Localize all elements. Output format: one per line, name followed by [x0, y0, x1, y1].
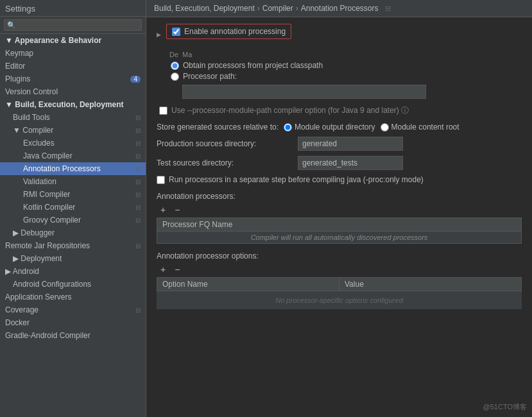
module-output-radio-item: Module output directory	[284, 123, 375, 132]
run-processors-label: Run processors in a separate step before…	[169, 175, 424, 184]
run-processors-checkbox[interactable]	[157, 176, 165, 184]
sidebar-item-label-docker: Docker	[5, 318, 30, 327]
sidebar-item-build-execution-deployment[interactable]: ▼ Build, Execution, Deployment	[0, 98, 146, 111]
sidebar-item-label-rmi-compiler: RMI Compiler	[23, 190, 70, 199]
remove-option-button[interactable]: −	[171, 263, 184, 276]
options-empty-message: No processor-specific options configured	[157, 291, 522, 310]
module-path-checkbox[interactable]	[159, 106, 167, 115]
grid-icon-remote-jar-repositories: ⊟	[135, 243, 141, 250]
sidebar-item-application-servers[interactable]: Application Servers	[0, 291, 146, 303]
sidebar-item-label-remote-jar-repositories: Remote Jar Repositories	[5, 241, 90, 250]
sidebar-item-deployment[interactable]: ▶ Deployment	[0, 252, 146, 265]
sidebar-item-validation[interactable]: Validation⊟	[0, 175, 146, 188]
sidebar-item-android-configurations[interactable]: Android Configurations	[0, 278, 146, 291]
production-sources-row: Production sources directory:	[157, 137, 522, 151]
sidebar-item-plugins[interactable]: Plugins4	[0, 72, 146, 85]
module-output-label: Module output directory	[295, 123, 375, 132]
grid-icon-coverage: ⊟	[135, 307, 141, 314]
grid-icon-validation: ⊟	[135, 178, 141, 185]
sidebar-item-excludes[interactable]: Excludes⊟	[0, 137, 146, 149]
sidebar-item-label-annotation-processors: Annotation Processors	[23, 164, 101, 173]
breadcrumb-part-3: Annotation Processors	[301, 4, 379, 13]
grid-icon-excludes: ⊟	[135, 140, 141, 147]
breadcrumb-sep-1: ›	[257, 4, 260, 13]
processors-empty-message: Compiler will run all automatically disc…	[157, 232, 522, 244]
sidebar-item-version-control[interactable]: Version Control	[0, 85, 146, 98]
test-sources-input[interactable]	[298, 156, 403, 170]
breadcrumb-part-1: Build, Execution, Deployment	[154, 4, 255, 13]
sidebar-item-label-gradle-android-compiler: Gradle-Android Compiler	[5, 331, 90, 340]
sidebar-item-label-compiler: ▼ Compiler	[13, 126, 53, 135]
sidebar-item-gradle-android-compiler[interactable]: Gradle-Android Compiler	[0, 329, 146, 342]
grid-icon-build-tools: ⊟	[135, 114, 141, 121]
add-processor-button[interactable]: +	[157, 203, 169, 216]
sidebar-item-build-tools[interactable]: Build Tools⊟	[0, 111, 146, 124]
sidebar-item-android[interactable]: ▶ Android	[0, 265, 146, 278]
sidebar-item-kotlin-compiler[interactable]: Kotlin Compiler⊟	[0, 201, 146, 214]
breadcrumb-sep-2: ›	[296, 4, 298, 13]
sidebar-item-rmi-compiler[interactable]: RMI Compiler⊟	[0, 188, 146, 201]
sidebar-item-appearance-behavior[interactable]: ▼ Appearance & Behavior	[0, 34, 146, 47]
sidebar-item-debugger[interactable]: ▶ Debugger	[0, 226, 146, 239]
processor-path-row: Processor path:	[171, 72, 522, 81]
options-table-row: No processor-specific options configured	[157, 291, 522, 310]
processor-fq-name-header: Processor FQ Name	[157, 218, 522, 232]
store-generated-row: Store generated sources relative to: Mod…	[157, 123, 522, 132]
processor-path-input[interactable]	[182, 85, 426, 99]
content-area: ▶ Enable annotation processing De Ma Obt…	[146, 17, 532, 417]
sidebar-item-label-build-tools: Build Tools	[13, 113, 50, 122]
sidebar-item-remote-jar-repositories[interactable]: Remote Jar Repositories⊟	[0, 239, 146, 252]
sidebar-item-annotation-processors[interactable]: Annotation Processors⊟	[0, 162, 146, 175]
store-radio-group: Module output directory Module content r…	[284, 123, 459, 132]
enable-annotation-checkbox[interactable]	[172, 28, 180, 36]
sidebar-item-docker[interactable]: Docker	[0, 316, 146, 329]
option-name-header: Option Name	[157, 278, 339, 291]
obtain-processors-label: Obtain processors from project classpath	[183, 61, 323, 70]
production-sources-input[interactable]	[298, 137, 403, 151]
sidebar-item-label-kotlin-compiler: Kotlin Compiler	[23, 203, 75, 212]
sidebar-item-keymap[interactable]: Keymap	[0, 47, 146, 60]
sidebar-item-label-debugger: ▶ Debugger	[13, 228, 55, 237]
sidebar-item-label-java-compiler: Java Compiler	[23, 151, 73, 160]
sidebar-item-label-application-servers: Application Servers	[5, 293, 71, 302]
store-generated-label: Store generated sources relative to:	[157, 123, 279, 132]
production-sources-label: Production sources directory:	[157, 139, 298, 148]
de-hint: De	[169, 51, 178, 58]
nav-container: ▼ Appearance & BehaviorKeymapEditorPlugi…	[0, 34, 146, 342]
obtain-processors-radio[interactable]	[171, 62, 179, 70]
sidebar-item-label-coverage: Coverage	[5, 305, 39, 314]
section-arrow: ▶	[157, 31, 161, 38]
sidebar-item-editor[interactable]: Editor	[0, 60, 146, 72]
sidebar-item-label-groovy-compiler: Groovy Compiler	[23, 216, 81, 225]
test-sources-row: Test sources directory:	[157, 156, 522, 170]
sidebar-item-label-keymap: Keymap	[5, 49, 33, 58]
remove-processor-button[interactable]: −	[171, 203, 184, 216]
grid-icon-kotlin-compiler: ⊟	[135, 204, 141, 211]
processor-path-radio[interactable]	[171, 72, 179, 81]
annotation-processor-options-title: Annotation processor options:	[157, 251, 522, 260]
watermark: @51CTO博客	[483, 402, 527, 412]
breadcrumb-part-2: Compiler	[262, 4, 293, 13]
sidebar-item-compiler[interactable]: ▼ Compiler⊟	[0, 124, 146, 137]
add-option-button[interactable]: +	[157, 263, 169, 276]
obtain-processors-row: Obtain processors from project classpath	[171, 61, 522, 70]
sidebar-item-coverage[interactable]: Coverage⊟	[0, 303, 146, 316]
sidebar-item-label-editor: Editor	[5, 62, 25, 71]
sidebar-item-label-appearance-behavior: ▼ Appearance & Behavior	[5, 36, 101, 45]
sidebar-item-label-plugins: Plugins	[5, 74, 30, 83]
sidebar-item-label-android: ▶ Android	[5, 267, 39, 276]
sidebar-item-java-compiler[interactable]: Java Compiler⊟	[0, 149, 146, 162]
search-input[interactable]	[4, 19, 142, 31]
sidebar-item-groovy-compiler[interactable]: Groovy Compiler⊟	[0, 214, 146, 226]
grid-icon-annotation-processors: ⊟	[135, 166, 141, 173]
breadcrumb: Build, Execution, Deployment › Compiler …	[146, 0, 532, 17]
grid-icon-groovy-compiler: ⊟	[135, 217, 141, 224]
module-content-label: Module content root	[391, 123, 459, 132]
module-output-radio[interactable]	[284, 123, 292, 132]
annotation-processor-options-table: Option Name Value No processor-specific …	[157, 277, 522, 309]
sidebar-item-label-android-configurations: Android Configurations	[13, 280, 91, 289]
module-content-radio[interactable]	[381, 123, 389, 132]
breadcrumb-icon: ⊟	[385, 4, 391, 13]
sidebar-item-label-version-control: Version Control	[5, 87, 58, 96]
processor-path-input-row	[182, 85, 522, 99]
